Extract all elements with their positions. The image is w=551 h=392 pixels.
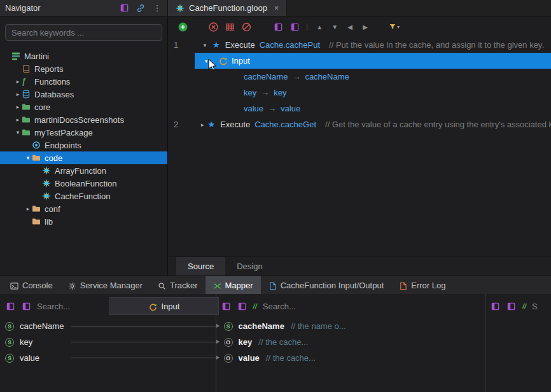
service-link[interactable]: Cache.cacheGet [255, 120, 316, 129]
field-comment: // the cache... [266, 353, 316, 363]
sidebar-item-martinidocsscreenshots[interactable]: ▸ martiniDocsScreenshots [0, 113, 167, 126]
sidebar-item-reports[interactable]: Reports [0, 62, 167, 75]
step-row-execute-cacheget[interactable]: 2 ▸ ★ Execute Cache.cacheGet // Get the … [169, 116, 551, 132]
map-target[interactable]: key [274, 88, 286, 97]
sidebar-item-code[interactable]: ▾ code [0, 151, 167, 164]
gloop-icon [42, 179, 52, 188]
map-source[interactable]: value [244, 104, 263, 113]
expand-arrow[interactable]: ▸ [14, 104, 22, 110]
mapper-source-pane: Input S cacheName S key S value [0, 294, 216, 392]
string-type-icon: S [5, 322, 14, 331]
tab-cachefunction-gloop[interactable]: CacheFunction.gloop × [168, 0, 287, 16]
collapse-all-icon[interactable] [5, 301, 15, 311]
mapper-target-search-input[interactable] [263, 302, 333, 311]
step-row-execute-cacheput[interactable]: 1 ▾ ★ Execute Cache.cachePut // Put the … [169, 37, 551, 53]
mapper-source-search-input[interactable] [37, 302, 107, 311]
mapping-row[interactable]: key → key [169, 85, 551, 101]
map-source[interactable]: key [244, 88, 256, 97]
expand-arrow[interactable]: ▸ [24, 206, 32, 212]
sidebar-item-conf[interactable]: ▸ conf [0, 202, 167, 215]
delete-step-button[interactable] [208, 22, 218, 32]
folder-icon [32, 153, 41, 162]
input-label: Input [232, 56, 250, 66]
gloop-icon [42, 192, 52, 200]
expand-all-icon[interactable] [237, 301, 248, 311]
map-source[interactable]: cacheName [244, 72, 288, 81]
expand-nodes-button[interactable] [289, 22, 300, 32]
sidebar-item-endpoints[interactable]: Endpoints [0, 139, 167, 151]
tab-console[interactable]: Console [3, 276, 60, 294]
mapper-source-row-cachename[interactable]: S cacheName [0, 318, 216, 334]
sidebar-item-booleanfunction[interactable]: BooleanFunction [0, 177, 167, 190]
mapping-line [71, 326, 216, 326]
collapse-nodes-button[interactable] [273, 22, 283, 32]
collapse-all-icon[interactable] [221, 301, 232, 311]
move-up-button[interactable]: ▲ [314, 24, 324, 31]
console-icon [10, 280, 18, 290]
sidebar-item-mytestpackage[interactable]: ▾ myTestPackage [0, 126, 167, 139]
mapping-row[interactable]: cacheName → cacheName [169, 69, 551, 85]
step-forward-button[interactable]: ▶ [360, 24, 370, 31]
close-icon[interactable]: × [274, 3, 279, 13]
sidebar-item-lib[interactable]: lib [0, 215, 167, 228]
comments-toggle-icon[interactable]: // [253, 302, 257, 310]
move-down-button[interactable]: ▼ [330, 24, 340, 31]
sidebar-item-databases[interactable]: ▸ Databases [0, 88, 167, 101]
mapper-source-row-key[interactable]: S key [0, 334, 216, 350]
sidebar-item-functions[interactable]: ▸ ƒ Functions [0, 75, 167, 88]
tab-cachefunction-io[interactable]: CacheFunction Input/Output [261, 276, 392, 294]
expand-arrow[interactable]: ▸ [14, 116, 22, 123]
search-input[interactable] [5, 24, 162, 41]
add-step-button[interactable] [178, 22, 188, 32]
mapper-source-row-value[interactable]: S value [0, 350, 216, 366]
table-button[interactable] [225, 22, 235, 32]
line-number: 1 [169, 40, 194, 50]
expand-arrow[interactable]: ▸ [14, 91, 22, 97]
string-type-icon: S [224, 322, 233, 331]
expand-arrow[interactable]: ▾ [14, 129, 22, 136]
panel-icon[interactable] [119, 3, 129, 13]
expand-arrow[interactable]: ▾ [202, 58, 210, 64]
map-target[interactable]: cacheName [305, 72, 349, 81]
sidebar-item-martini[interactable]: Martini [0, 50, 167, 62]
input-step-row[interactable]: ▾ Input [195, 53, 551, 69]
folder-icon [32, 217, 41, 226]
tab-error-log[interactable]: Error Log [391, 276, 453, 294]
input-column-header[interactable]: Input [109, 297, 219, 315]
service-link[interactable]: Cache.cachePut [260, 40, 320, 50]
mapper-target-row-cachename[interactable]: S cacheName // the name o... [216, 318, 485, 334]
expand-arrow[interactable]: ▸ [14, 78, 22, 85]
mapping-row[interactable]: value → value [169, 101, 551, 116]
step-back-button[interactable]: ◀ [345, 24, 355, 31]
sidebar-item-cachefunction[interactable]: CacheFunction [0, 190, 167, 202]
expand-arrow[interactable]: ▸ [201, 122, 204, 128]
menu-dots-icon[interactable]: ⋮ [152, 3, 162, 13]
mapper-target-row-key[interactable]: O key // the cache... [216, 334, 485, 350]
field-comment: // the name o... [291, 321, 346, 331]
endpoints-icon [32, 141, 41, 150]
expand-all-icon[interactable] [506, 301, 517, 311]
tab-tracker[interactable]: Tracker [150, 276, 206, 294]
step-keyword: Execute [225, 40, 255, 50]
step-comment: // Get the value of a cache entry using … [325, 120, 551, 129]
expand-all-icon[interactable] [21, 301, 31, 311]
tab-mapper[interactable]: Mapper [206, 276, 261, 294]
filter-button[interactable]: ▾ [389, 22, 400, 32]
comments-toggle-icon[interactable]: // [522, 302, 526, 310]
disable-step-button[interactable] [241, 22, 251, 32]
mapper-target-row-value[interactable]: O value // the cache... [216, 350, 485, 366]
collapse-all-icon[interactable] [491, 301, 501, 311]
top-bar: Navigator ⋮ CacheFunction.gloop × [0, 0, 551, 17]
expand-arrow[interactable]: ▾ [24, 155, 32, 161]
mapper-extra-search-input[interactable] [532, 302, 546, 311]
tab-service-manager[interactable]: Service Manager [60, 276, 150, 294]
tab-design[interactable]: Design [225, 257, 274, 276]
mapping-line [71, 342, 216, 342]
step-keyword: Execute [220, 120, 250, 129]
map-target[interactable]: value [281, 104, 300, 113]
sidebar-item-arrayfunction[interactable]: ArrayFunction [0, 164, 167, 177]
tab-source[interactable]: Source [176, 257, 225, 276]
link-icon[interactable] [136, 3, 146, 13]
expand-arrow[interactable]: ▾ [201, 42, 209, 48]
sidebar-item-core[interactable]: ▸ core [0, 101, 167, 113]
